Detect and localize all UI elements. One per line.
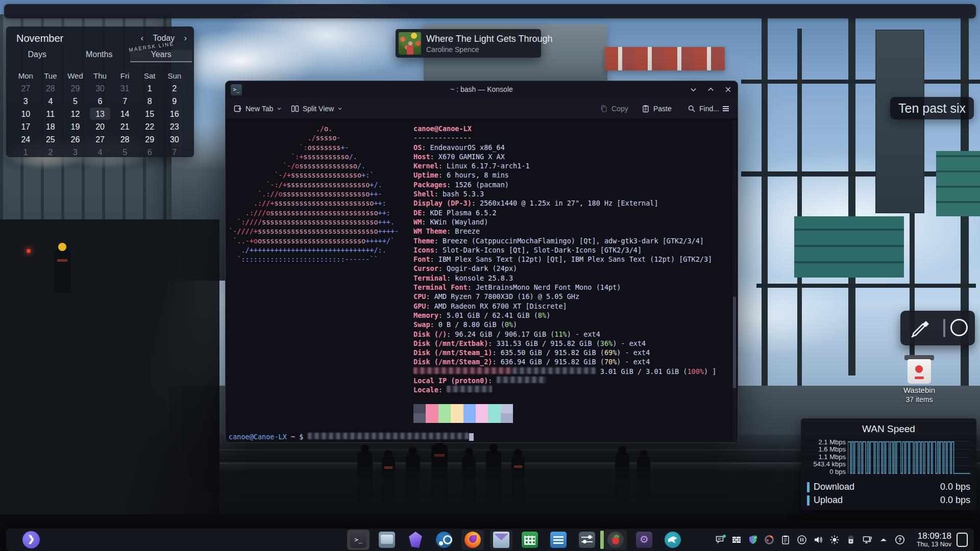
calendar-day[interactable]: 30 xyxy=(88,82,113,95)
media-pause-icon[interactable] xyxy=(796,534,807,545)
calendar-day[interactable]: 18 xyxy=(38,120,63,133)
calendar-day[interactable]: 23 xyxy=(162,120,187,133)
new-tab-button[interactable]: New Tab xyxy=(234,98,282,119)
calendar-prev-icon[interactable]: ‹ xyxy=(141,34,143,42)
clipboard-icon[interactable] xyxy=(780,534,791,545)
calendar-day[interactable]: 28 xyxy=(112,133,137,146)
calendar-grid[interactable]: MonTueWedThuFriSatSun2728293031123456789… xyxy=(13,69,187,159)
calendar-day-today[interactable]: 13 xyxy=(88,108,113,120)
volume-icon[interactable] xyxy=(813,534,824,545)
calendar-day[interactable]: 6 xyxy=(88,95,113,108)
calendar-tab-months[interactable]: Months xyxy=(68,50,130,59)
calendar-day[interactable]: 5 xyxy=(112,146,137,159)
help-icon[interactable]: ? xyxy=(894,534,905,545)
calendar-day[interactable]: 9 xyxy=(162,95,187,108)
taskbar-app-file-manager[interactable] xyxy=(376,530,398,550)
taskbar-app-falkon[interactable] xyxy=(662,530,684,550)
calendar-day[interactable]: 7 xyxy=(112,95,137,108)
calendar-day[interactable]: 30 xyxy=(162,133,187,146)
hamburger-menu-icon[interactable] xyxy=(722,98,730,119)
calendar-day[interactable]: 17 xyxy=(13,120,38,133)
weekday-label: Wed xyxy=(63,69,88,82)
upload-legend-bar xyxy=(807,495,810,506)
usb-device-icon[interactable] xyxy=(845,534,856,545)
calendar-day[interactable]: 27 xyxy=(88,133,113,146)
maximize-icon[interactable] xyxy=(706,85,715,94)
taskbar-app-firefox[interactable] xyxy=(461,530,484,550)
copy-button[interactable]: Copy xyxy=(600,98,628,119)
eyedropper-icon[interactable] xyxy=(910,318,932,339)
color-circle-icon[interactable] xyxy=(950,319,968,336)
taskbar-app-settings[interactable] xyxy=(576,530,598,550)
calendar-day[interactable]: 2 xyxy=(162,82,187,95)
taskbar-app-obsidian[interactable] xyxy=(404,530,427,550)
taskbar-app-writer[interactable] xyxy=(547,530,570,550)
firewall-icon[interactable] xyxy=(731,534,742,545)
calendar-day[interactable]: 27 xyxy=(13,82,38,95)
obsidian-icon xyxy=(407,532,424,548)
taskbar-app-kde-utility[interactable]: ⚙ xyxy=(633,530,655,550)
app-launcher-button[interactable]: ❯ xyxy=(22,531,40,548)
calendar-day[interactable]: 14 xyxy=(112,108,137,120)
calendar-day[interactable]: 12 xyxy=(63,108,88,120)
calendar-tab-days[interactable]: Days xyxy=(6,50,68,59)
wastebin-item-count: 37 items xyxy=(896,395,942,404)
calendar-day[interactable]: 26 xyxy=(63,133,88,146)
calendar-day[interactable]: 10 xyxy=(13,108,38,120)
calendar-day[interactable]: 4 xyxy=(38,95,63,108)
calendar-day[interactable]: 19 xyxy=(63,120,88,133)
konsole-titlebar[interactable]: >_ ~ : bash — Konsole xyxy=(226,81,738,98)
split-view-button[interactable]: Split View xyxy=(291,98,342,119)
calendar-day[interactable]: 29 xyxy=(137,133,162,146)
calendar-day[interactable]: 5 xyxy=(63,95,88,108)
calendar-next-icon[interactable]: › xyxy=(184,34,187,42)
calendar-day[interactable]: 8 xyxy=(137,95,162,108)
taskbar-app-konsole[interactable]: >_ xyxy=(347,530,370,550)
calendar-day[interactable]: 15 xyxy=(137,108,162,120)
taskbar-app-strawberry[interactable] xyxy=(604,530,627,550)
calendar-day[interactable]: 31 xyxy=(112,82,137,95)
endeavouros-logo-icon: ❯ xyxy=(22,531,40,548)
calendar-day[interactable]: 28 xyxy=(38,82,63,95)
calendar-day[interactable]: 4 xyxy=(88,146,113,159)
calendar-tab-years[interactable]: Years xyxy=(130,50,192,62)
calendar-day[interactable]: 21 xyxy=(112,120,137,133)
calendar-day[interactable]: 25 xyxy=(38,133,63,146)
calendar-day[interactable]: 29 xyxy=(63,82,88,95)
notifications-icon[interactable] xyxy=(715,534,726,545)
paste-button[interactable]: Paste xyxy=(642,98,672,119)
terminal-content[interactable]: ./o. ./sssso- `:osssssss+- `:+ssssssssss… xyxy=(226,119,738,442)
digital-clock[interactable]: 18:09:18 Thu, 13 Nov xyxy=(913,532,951,548)
wan-upload-row: Upload 0.0 bps xyxy=(807,495,970,507)
taskbar-app-mail[interactable] xyxy=(490,530,512,550)
resource-monitor-icon[interactable] xyxy=(764,534,775,545)
wastebin-desktop-icon[interactable]: Wastebin 37 items xyxy=(896,353,942,404)
expand-tray-chevron-icon[interactable] xyxy=(878,534,889,545)
find-button[interactable]: Find... xyxy=(688,98,719,119)
vpn-shield-icon[interactable] xyxy=(747,534,758,545)
calendar-day[interactable]: 2 xyxy=(38,146,63,159)
minimize-icon[interactable] xyxy=(689,85,698,94)
calendar-day[interactable]: 3 xyxy=(63,146,88,159)
top-panel[interactable] xyxy=(4,4,976,18)
terminal-scrollbar[interactable] xyxy=(732,120,737,441)
display-connect-icon[interactable] xyxy=(862,534,873,545)
peek-desktop-button[interactable] xyxy=(957,533,968,547)
brightness-sun-icon[interactable] xyxy=(829,534,840,545)
calendar-day[interactable]: 1 xyxy=(137,82,162,95)
konsole-window-title: ~ : bash — Konsole xyxy=(226,85,738,93)
taskbar-app-steam[interactable] xyxy=(433,530,455,550)
calendar-day[interactable]: 7 xyxy=(162,146,187,159)
calendar-day[interactable]: 22 xyxy=(137,120,162,133)
calendar-day[interactable]: 20 xyxy=(88,120,113,133)
taskbar-app-spreadsheet[interactable] xyxy=(519,530,541,550)
calendar-day[interactable]: 1 xyxy=(13,146,38,159)
calendar-day[interactable]: 16 xyxy=(162,108,187,120)
calendar-day[interactable]: 6 xyxy=(137,146,162,159)
close-icon[interactable] xyxy=(723,85,732,94)
calendar-day[interactable]: 11 xyxy=(38,108,63,120)
calendar-day[interactable]: 3 xyxy=(13,95,38,108)
konsole-window[interactable]: >_ ~ : bash — Konsole New Tab Split View xyxy=(225,81,738,443)
calendar-day[interactable]: 24 xyxy=(13,133,38,146)
media-notification[interactable]: Where The Light Gets Through Caroline Sp… xyxy=(396,29,541,58)
